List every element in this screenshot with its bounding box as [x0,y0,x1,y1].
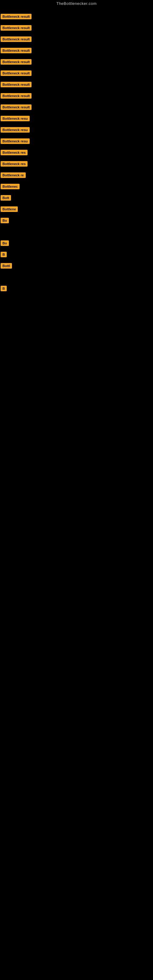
bottleneck-result-badge: Bottleneck res [1,161,27,167]
site-title: TheBottlenecker.com [0,0,153,8]
bottleneck-result-badge: Bottleneck resu [1,116,30,121]
bottleneck-result-badge: Bo [1,218,9,223]
bottleneck-result-badge: Bottleneck result [1,105,32,110]
bottleneck-result-badge: Bottlenec [1,184,19,189]
bottleneck-result-badge: Bottleneck result [1,14,32,19]
bottleneck-result-badge: Bottleneck result [1,70,32,76]
bottleneck-result-badge: Bottleneck result [1,25,32,30]
bottleneck-result-badge: Bottleneck result [1,82,32,87]
bottleneck-result-badge: B [1,252,7,257]
bottleneck-result-badge: Bottleneck result [1,59,32,65]
bottleneck-result-badge: Bottl [1,263,12,269]
bottleneck-result-badge: Bottlene [1,207,18,212]
bottleneck-result-badge: Bo [1,240,9,246]
bottleneck-result-badge: Bott [1,195,11,200]
bottleneck-result-badge: Bottleneck result [1,37,32,42]
bottleneck-result-badge: Bottleneck res [1,150,27,155]
bottleneck-result-badge: Bottleneck resu [1,127,30,133]
bottleneck-result-badge: Bottleneck result [1,93,32,99]
bottleneck-result-badge: Bottleneck re [1,172,26,178]
bottleneck-result-badge: Bottleneck resu [1,138,30,144]
bottleneck-result-badge: Bottleneck result [1,48,32,53]
bottleneck-result-badge: B [1,286,7,291]
